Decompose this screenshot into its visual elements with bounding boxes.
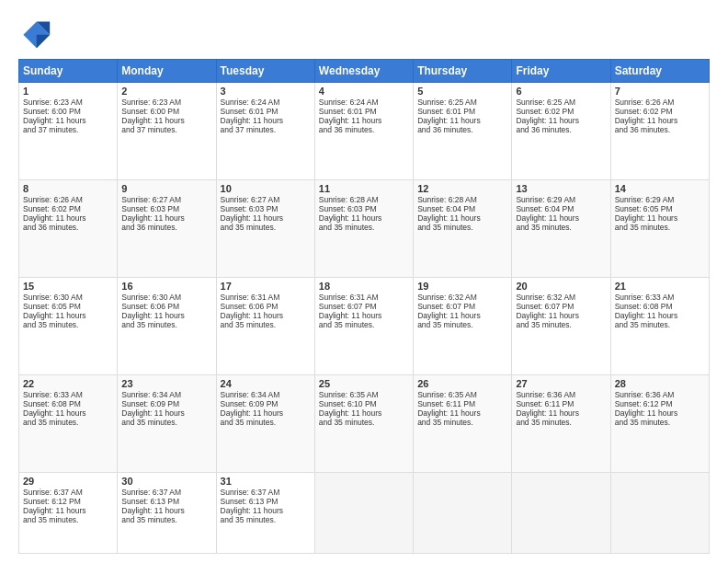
week-row-5: 29Sunrise: 6:37 AMSunset: 6:12 PMDayligh… <box>19 472 710 553</box>
day-info-line: and 35 minutes. <box>121 418 211 427</box>
day-number: 21 <box>615 281 705 292</box>
day-info-line: Sunset: 6:05 PM <box>23 302 113 311</box>
day-info-line: Sunset: 6:08 PM <box>615 302 705 311</box>
calendar-cell: 18Sunrise: 6:31 AMSunset: 6:07 PMDayligh… <box>314 277 413 374</box>
day-info-line: Daylight: 11 hours <box>417 213 507 223</box>
day-info-line: Sunrise: 6:27 AM <box>121 195 211 204</box>
day-number: 6 <box>516 86 606 97</box>
day-info-line: Sunset: 6:02 PM <box>23 204 113 213</box>
col-header-monday: Monday <box>118 60 216 83</box>
day-info-line: Sunset: 6:02 PM <box>615 107 705 116</box>
day-number: 4 <box>319 86 409 97</box>
day-info-line: Sunrise: 6:36 AM <box>615 390 705 399</box>
day-info-line: and 35 minutes. <box>121 320 211 329</box>
day-info-line: Sunset: 6:12 PM <box>615 399 705 408</box>
calendar-cell: 16Sunrise: 6:30 AMSunset: 6:06 PMDayligh… <box>118 277 216 374</box>
day-number: 3 <box>221 86 311 97</box>
day-info-line: Sunrise: 6:37 AM <box>23 488 113 497</box>
day-info-line: and 36 minutes. <box>615 125 705 134</box>
col-header-wednesday: Wednesday <box>314 60 413 83</box>
col-header-friday: Friday <box>512 60 610 83</box>
day-info-line: Sunset: 6:03 PM <box>121 204 211 213</box>
calendar-cell: 26Sunrise: 6:35 AMSunset: 6:11 PMDayligh… <box>414 374 512 472</box>
day-info-line: Sunset: 6:07 PM <box>319 302 409 311</box>
calendar-cell: 22Sunrise: 6:33 AMSunset: 6:08 PMDayligh… <box>19 374 118 472</box>
day-info-line: Sunset: 6:01 PM <box>417 107 507 116</box>
calendar-table: SundayMondayTuesdayWednesdayThursdayFrid… <box>18 59 710 554</box>
day-info-line: Sunset: 6:11 PM <box>516 399 606 408</box>
day-info-line: Sunrise: 6:37 AM <box>221 488 311 497</box>
day-number: 15 <box>23 281 113 292</box>
day-info-line: Sunset: 6:13 PM <box>221 497 311 506</box>
week-row-4: 22Sunrise: 6:33 AMSunset: 6:08 PMDayligh… <box>19 374 710 472</box>
calendar-cell: 20Sunrise: 6:32 AMSunset: 6:07 PMDayligh… <box>512 277 610 374</box>
day-info-line: Sunset: 6:08 PM <box>23 399 113 408</box>
calendar-cell: 2Sunrise: 6:23 AMSunset: 6:00 PMDaylight… <box>118 83 216 180</box>
calendar-cell: 10Sunrise: 6:27 AMSunset: 6:03 PMDayligh… <box>216 179 314 277</box>
logo <box>18 17 55 50</box>
day-info-line: Daylight: 11 hours <box>23 116 113 125</box>
day-info-line: Sunrise: 6:36 AM <box>516 390 606 399</box>
week-row-2: 8Sunrise: 6:26 AMSunset: 6:02 PMDaylight… <box>19 179 710 277</box>
day-info-line: Sunset: 6:12 PM <box>23 497 113 506</box>
day-info-line: and 35 minutes. <box>23 418 113 427</box>
day-info-line: and 35 minutes. <box>615 223 705 232</box>
day-info-line: Sunset: 6:09 PM <box>121 399 211 408</box>
day-info-line: Daylight: 11 hours <box>417 311 507 320</box>
calendar-cell: 17Sunrise: 6:31 AMSunset: 6:06 PMDayligh… <box>216 277 314 374</box>
day-info-line: Sunrise: 6:37 AM <box>121 488 211 497</box>
day-info-line: Daylight: 11 hours <box>23 213 113 223</box>
day-info-line: Sunset: 6:11 PM <box>417 399 507 408</box>
day-number: 20 <box>516 281 606 292</box>
calendar-cell: 21Sunrise: 6:33 AMSunset: 6:08 PMDayligh… <box>610 277 709 374</box>
day-number: 7 <box>615 86 705 97</box>
day-number: 2 <box>121 86 211 97</box>
day-info-line: and 36 minutes. <box>319 125 409 134</box>
day-info-line: Daylight: 11 hours <box>221 213 311 223</box>
calendar-cell: 28Sunrise: 6:36 AMSunset: 6:12 PMDayligh… <box>610 374 709 472</box>
calendar-cell: 4Sunrise: 6:24 AMSunset: 6:01 PMDaylight… <box>314 83 413 180</box>
day-info-line: and 36 minutes. <box>121 223 211 232</box>
calendar-cell <box>414 472 512 553</box>
day-info-line: Daylight: 11 hours <box>319 408 409 418</box>
col-header-tuesday: Tuesday <box>216 60 314 83</box>
day-info-line: Sunset: 6:09 PM <box>221 399 311 408</box>
day-info-line: and 35 minutes. <box>121 515 211 524</box>
calendar-cell: 9Sunrise: 6:27 AMSunset: 6:03 PMDaylight… <box>118 179 216 277</box>
day-info-line: and 37 minutes. <box>221 125 311 134</box>
day-number: 17 <box>221 281 311 292</box>
day-info-line: Sunset: 6:10 PM <box>319 399 409 408</box>
day-number: 23 <box>121 378 211 389</box>
day-info-line: Daylight: 11 hours <box>516 116 606 125</box>
calendar-cell <box>610 472 709 553</box>
day-info-line: Sunset: 6:06 PM <box>221 302 311 311</box>
day-info-line: Sunrise: 6:24 AM <box>221 98 311 107</box>
calendar-cell: 11Sunrise: 6:28 AMSunset: 6:03 PMDayligh… <box>314 179 413 277</box>
day-info-line: Sunset: 6:04 PM <box>417 204 507 213</box>
col-header-sunday: Sunday <box>19 60 118 83</box>
day-info-line: and 35 minutes. <box>221 418 311 427</box>
day-info-line: Sunrise: 6:31 AM <box>221 293 311 302</box>
calendar-cell <box>314 472 413 553</box>
day-info-line: Daylight: 11 hours <box>417 116 507 125</box>
calendar-cell: 5Sunrise: 6:25 AMSunset: 6:01 PMDaylight… <box>414 83 512 180</box>
day-info-line: Daylight: 11 hours <box>615 408 705 418</box>
day-info-line: Sunrise: 6:28 AM <box>417 195 507 204</box>
day-number: 13 <box>516 183 606 194</box>
day-info-line: Sunset: 6:07 PM <box>417 302 507 311</box>
calendar-cell: 19Sunrise: 6:32 AMSunset: 6:07 PMDayligh… <box>414 277 512 374</box>
day-info-line: Sunrise: 6:35 AM <box>417 390 507 399</box>
day-number: 10 <box>221 183 311 194</box>
day-info-line: Sunrise: 6:33 AM <box>23 390 113 399</box>
calendar-cell: 12Sunrise: 6:28 AMSunset: 6:04 PMDayligh… <box>414 179 512 277</box>
day-info-line: Sunset: 6:06 PM <box>121 302 211 311</box>
day-number: 12 <box>417 183 507 194</box>
day-info-line: Daylight: 11 hours <box>516 213 606 223</box>
day-info-line: Daylight: 11 hours <box>121 311 211 320</box>
calendar-cell <box>512 472 610 553</box>
logo-icon <box>18 17 51 50</box>
day-info-line: Daylight: 11 hours <box>23 408 113 418</box>
calendar-cell: 24Sunrise: 6:34 AMSunset: 6:09 PMDayligh… <box>216 374 314 472</box>
day-info-line: and 37 minutes. <box>121 125 211 134</box>
day-info-line: and 36 minutes. <box>516 125 606 134</box>
